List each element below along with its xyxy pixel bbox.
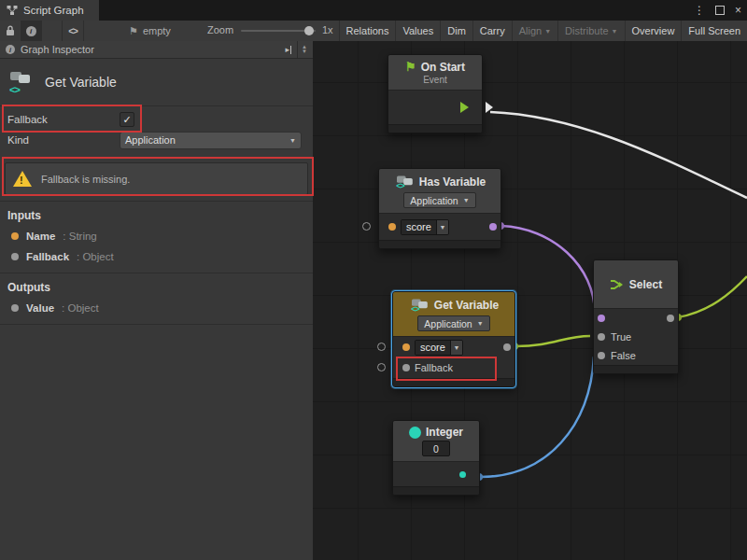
fallback-port-label: Fallback — [415, 362, 453, 373]
name-port-dot[interactable] — [402, 343, 410, 351]
zoom-slider-thumb[interactable] — [304, 26, 314, 35]
wire-hasvariable-condition[interactable] — [501, 226, 595, 315]
carry-button[interactable]: Carry — [472, 21, 512, 41]
warning-message-box: ! Fallback is missing. — [5, 162, 308, 195]
graph-inspector-header: i Graph Inspector ▸ ▲ ▼ — [0, 41, 313, 59]
chevron-down-icon: ▼ — [544, 28, 551, 35]
flow-output-port[interactable] — [486, 102, 493, 113]
warning-icon: ! — [13, 171, 32, 187]
variable-name-field[interactable]: score ▼ — [401, 219, 449, 235]
zoom-value: 1x — [322, 24, 333, 35]
graph-path-indicator: ⚑ empty — [129, 21, 171, 41]
window-close-icon[interactable]: × — [735, 4, 741, 17]
integer-icon — [409, 427, 421, 439]
graph-inspector-title: Graph Inspector — [21, 44, 94, 55]
title-bar: Script Graph ⋮ × — [0, 0, 747, 21]
input-port-row: Name : String — [0, 226, 313, 246]
fullscreen-button[interactable]: Full Screen — [681, 21, 747, 41]
lock-icon[interactable] — [0, 21, 21, 41]
inspected-node-title-block: <> Get Variable — [0, 59, 313, 106]
zoom-slider[interactable] — [241, 30, 316, 32]
values-button[interactable]: Values — [395, 21, 440, 41]
false-port-label: False — [611, 350, 636, 361]
fallback-checkbox[interactable]: ✓ — [120, 112, 134, 127]
zoom-label: Zoom — [207, 24, 233, 35]
wire-select-output[interactable] — [678, 276, 747, 317]
tab-title: Script Graph — [23, 5, 84, 16]
wire-onstart-flow[interactable] — [490, 112, 747, 198]
chevron-down-icon: ▼ — [463, 197, 470, 203]
chevron-down-icon: ▼ — [612, 28, 618, 35]
distribute-dropdown-button[interactable]: Distribute ▼ — [557, 21, 624, 41]
chevron-down-icon: ▼ — [477, 320, 484, 327]
get-variable-icon: <> — [9, 71, 34, 93]
graph-inspector-panel: i Graph Inspector ▸ ▲ ▼ <> Get Variable … — [0, 41, 314, 560]
variable-name-field[interactable]: score ▼ — [415, 340, 463, 356]
pointer-flag-icon: ⚑ — [129, 25, 138, 37]
graph-path-label: empty — [143, 25, 171, 36]
hasvariable-name-port-hollow[interactable] — [362, 222, 371, 231]
inspector-toggle-button[interactable]: i — [21, 21, 42, 41]
chevron-down-icon: ▼ — [453, 344, 459, 351]
wire-getvariable-true[interactable] — [515, 336, 590, 346]
select-icon — [610, 279, 624, 290]
script-graph-icon — [7, 5, 18, 16]
true-port-label: True — [611, 331, 631, 343]
node-has-variable[interactable]: <> Has Variable Application ▼ score ▼ — [378, 168, 501, 249]
outputs-section-header: Outputs — [0, 273, 313, 298]
getvariable-name-port-hollow[interactable] — [377, 343, 386, 351]
getvariable-fallback-port-hollow[interactable] — [377, 363, 386, 371]
inputs-section-header: Inputs — [0, 202, 313, 226]
selection-output-dot[interactable] — [667, 315, 674, 322]
relations-button[interactable]: Relations — [339, 21, 396, 41]
check-icon: ✓ — [122, 114, 131, 126]
event-flag-icon: ⚑ — [405, 60, 416, 74]
window-menu-icon[interactable]: ⋮ — [694, 4, 705, 17]
kind-setting-row: Kind Application ▼ — [0, 130, 313, 150]
flow-arrow-icon — [460, 102, 469, 113]
graph-canvas[interactable]: ⚑ On Start Event <> Has Variable — [313, 41, 747, 560]
info-icon: i — [26, 26, 36, 36]
info-icon: i — [6, 45, 15, 54]
object-port-dot — [11, 304, 19, 312]
kind-label: Kind — [7, 134, 120, 146]
node-select[interactable]: Select True False — [593, 259, 679, 374]
node-on-start[interactable]: ⚑ On Start Event — [388, 54, 483, 133]
chevron-down-icon: ▼ — [439, 224, 445, 231]
code-icon: <> — [68, 26, 78, 36]
fallback-label: Fallback — [7, 114, 120, 125]
node-get-variable[interactable]: <> Get Variable Application ▼ score ▼ — [392, 291, 515, 387]
graph-toolbar: i <> ⚑ empty Zoom 1x Relations Values Di… — [0, 21, 747, 42]
string-port-dot — [11, 232, 19, 240]
input-port-row: Fallback : Object — [0, 246, 313, 267]
variable-kind-dropdown[interactable]: Application ▼ — [417, 315, 489, 331]
divider — [0, 324, 313, 325]
code-view-button[interactable]: <> — [62, 21, 84, 41]
value-output-dot[interactable] — [503, 343, 511, 351]
inspected-node-title: Get Variable — [45, 75, 117, 90]
bool-output-dot[interactable] — [489, 223, 497, 231]
kind-dropdown[interactable]: Application ▼ — [120, 132, 302, 149]
window-maximize-icon[interactable] — [715, 6, 725, 15]
true-port-dot[interactable] — [598, 333, 605, 341]
name-port-dot[interactable] — [388, 223, 396, 231]
false-port-dot[interactable] — [598, 352, 605, 359]
overview-button[interactable]: Overview — [625, 21, 682, 41]
node-integer[interactable]: Integer 0 — [392, 420, 480, 496]
condition-port-dot[interactable] — [598, 315, 605, 322]
dim-button[interactable]: Dim — [440, 21, 472, 41]
chevron-down-icon: ▼ — [289, 137, 296, 144]
tab-script-graph[interactable]: Script Graph — [0, 0, 99, 21]
panel-scroll-buttons[interactable]: ▲ ▼ — [297, 41, 307, 58]
integer-value-field[interactable]: 0 — [422, 441, 450, 456]
align-dropdown-button[interactable]: Align ▼ — [512, 21, 557, 41]
output-port-row: Value : Object — [0, 298, 313, 318]
integer-output-dot[interactable] — [459, 471, 466, 478]
fallback-port-dot[interactable] — [402, 364, 410, 371]
dock-panel-icon[interactable]: ▸ — [286, 45, 292, 54]
script-graph-window: Script Graph ⋮ × i <> ⚑ empty Zoom — [0, 0, 747, 560]
object-port-dot — [11, 253, 19, 260]
has-variable-icon: <> — [396, 175, 413, 189]
variable-kind-dropdown[interactable]: Application ▼ — [403, 192, 475, 208]
get-variable-icon: <> — [411, 299, 428, 312]
